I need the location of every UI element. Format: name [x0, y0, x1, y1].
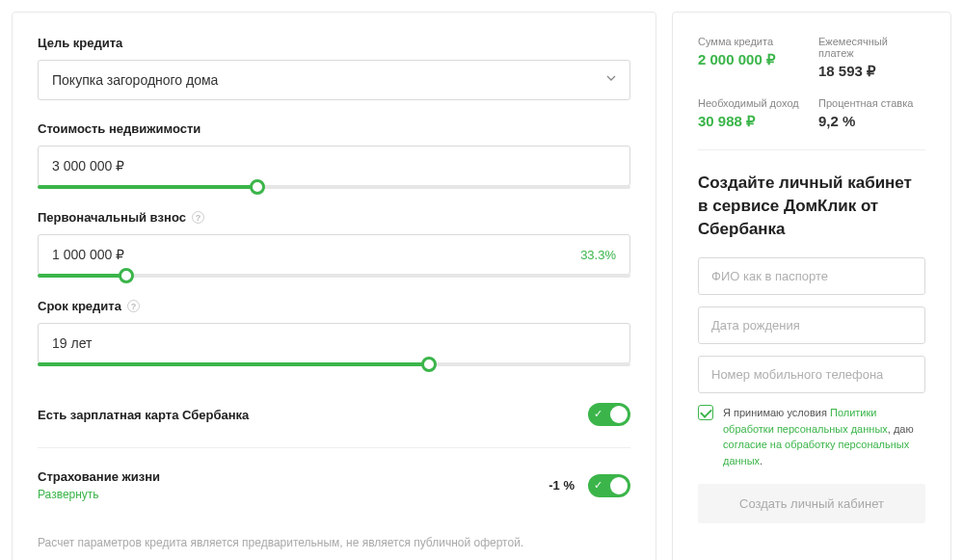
monthly-payment-value: 18 593 ₽	[818, 63, 925, 80]
term-label: Срок кредита	[38, 299, 121, 313]
downpayment-slider[interactable]	[38, 274, 630, 278]
downpayment-label: Первоначальный взнос	[38, 210, 186, 225]
divider	[698, 149, 925, 150]
consent-checkbox[interactable]	[698, 405, 713, 420]
cta-title: Создайте личный кабинет в сервисе ДомКли…	[698, 172, 925, 240]
consent-link[interactable]: согласие на обработку персональных данны…	[723, 439, 909, 467]
fullname-input[interactable]	[698, 257, 925, 295]
purpose-label: Цель кредита	[38, 36, 630, 50]
term-slider[interactable]	[38, 362, 630, 366]
dob-input[interactable]	[698, 307, 925, 344]
interest-rate-label: Процентная ставка	[818, 97, 925, 109]
phone-input[interactable]	[698, 356, 925, 393]
salary-card-label: Есть зарплатная карта Сбербанка	[38, 408, 249, 422]
check-icon: ✓	[594, 479, 602, 492]
downpayment-percent: 33.3%	[580, 248, 616, 262]
insurance-discount: -1 %	[548, 478, 575, 493]
term-input[interactable]: 19 лет	[38, 323, 630, 363]
slider-thumb[interactable]	[250, 179, 265, 195]
disclaimer-text: Расчет параметров кредита является предв…	[38, 536, 630, 549]
info-icon[interactable]: ?	[127, 300, 140, 312]
cost-input[interactable]: 3 000 000 ₽	[38, 146, 630, 186]
required-income-value: 30 988 ₽	[698, 113, 805, 130]
downpayment-value: 1 000 000 ₽	[52, 247, 124, 262]
insurance-toggle[interactable]: ✓	[588, 474, 630, 497]
consent-text: Я принимаю условия Политики обработки пе…	[723, 405, 925, 468]
chevron-down-icon	[606, 75, 616, 85]
calculator-panel: Цель кредита Покупка загородного дома Ст…	[12, 12, 656, 560]
cost-slider[interactable]	[38, 185, 630, 189]
slider-thumb[interactable]	[421, 357, 437, 372]
required-income-label: Необходимый доход	[698, 97, 805, 109]
slider-thumb[interactable]	[119, 268, 134, 283]
purpose-select[interactable]: Покупка загородного дома	[38, 60, 630, 100]
create-account-button[interactable]: Создать личный кабинет	[698, 484, 925, 523]
cost-value: 3 000 000 ₽	[52, 158, 124, 173]
summary-panel: Сумма кредита 2 000 000 ₽ Ежемесячный пл…	[672, 12, 951, 560]
insurance-label: Страхование жизни	[38, 469, 160, 484]
purpose-value: Покупка загородного дома	[52, 72, 218, 88]
cost-label: Стоимость недвижимости	[38, 121, 630, 136]
insurance-expand-link[interactable]: Развернуть	[38, 488, 160, 501]
term-value: 19 лет	[52, 335, 92, 351]
salary-card-toggle[interactable]: ✓	[588, 403, 630, 426]
interest-rate-value: 9,2 %	[818, 113, 925, 129]
loan-amount-label: Сумма кредита	[698, 36, 805, 47]
loan-amount-value: 2 000 000 ₽	[698, 51, 805, 68]
check-icon: ✓	[594, 408, 602, 420]
monthly-payment-label: Ежемесячный платеж	[818, 36, 925, 59]
info-icon[interactable]: ?	[192, 211, 204, 224]
